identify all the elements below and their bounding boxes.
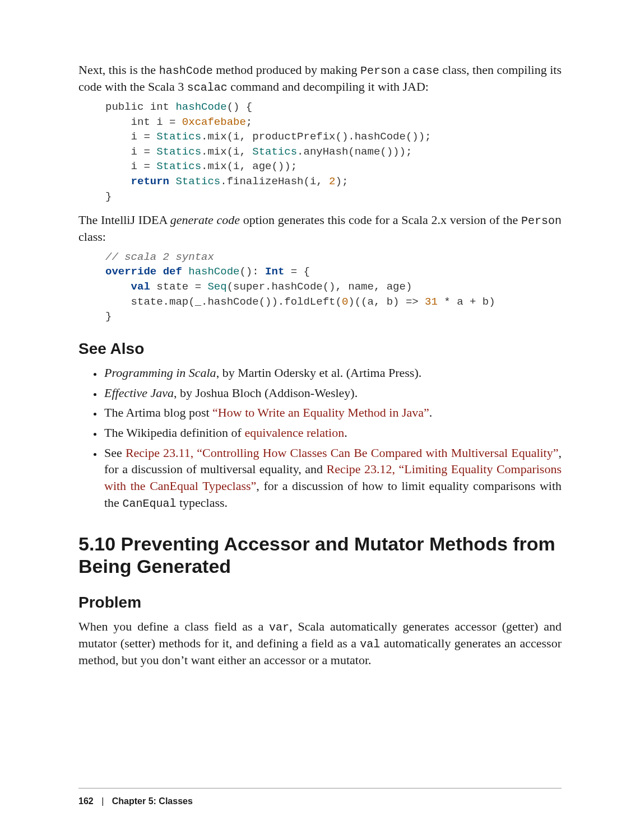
text: command and decompiling it with JAD: (228, 80, 429, 94)
text: The Wikipedia definition of (104, 426, 244, 440)
list-item: Programming in Scala, by Martin Odersky … (103, 365, 562, 381)
code-inline: Person (360, 64, 401, 77)
code-inline: scalac (187, 81, 228, 94)
footer-separator: | (101, 796, 104, 806)
text: method produced by making (213, 63, 360, 77)
list-item: See Recipe 23.11, “Controlling How Class… (103, 445, 562, 511)
text: class: (78, 230, 106, 244)
chapter-label: Chapter 5: Classes (112, 796, 193, 806)
text: typeclass. (176, 496, 228, 510)
paragraph-intro: Next, this is the hashCode method produc… (78, 62, 562, 95)
code-block-scala: // scala 2 syntax override def hashCode(… (105, 250, 562, 324)
see-also-list: Programming in Scala, by Martin Odersky … (78, 365, 562, 511)
text: . (429, 405, 433, 419)
page-footer: 162 | Chapter 5: Classes (78, 788, 562, 806)
code-inline: var (269, 621, 289, 634)
code-inline: CanEqual (122, 497, 176, 510)
book-title: Effective Java (104, 386, 174, 400)
code-inline: val (360, 638, 380, 651)
emphasis: generate code (170, 213, 240, 227)
section-title: 5.10 Preventing Accessor and Mutator Met… (78, 533, 562, 578)
list-item: Effective Java, by Joshua Bloch (Addison… (103, 385, 562, 402)
code-inline: case (412, 64, 439, 77)
text: , by Joshua Bloch (Addison-Wesley). (174, 386, 358, 400)
text: When you define a class field as a (78, 619, 269, 633)
text: option generates this code for a Scala 2… (240, 213, 521, 227)
book-title: Programming in Scala (104, 366, 216, 380)
list-item: The Artima blog post “How to Write an Eq… (103, 404, 562, 421)
paragraph-intellij: The IntelliJ IDEA generate code option g… (78, 212, 562, 245)
text: The Artima blog post (104, 405, 212, 419)
cross-reference-link[interactable]: Recipe 23.11, “Controlling How Classes C… (126, 446, 559, 460)
see-also-heading: See Also (78, 340, 562, 358)
page: Next, this is the hashCode method produc… (0, 0, 640, 840)
text: a (401, 63, 412, 77)
text: , by Martin Odersky et al. (Artima Press… (216, 366, 422, 380)
text: See (104, 446, 126, 460)
page-number: 162 (78, 796, 94, 806)
problem-paragraph: When you define a class field as a var, … (78, 618, 562, 669)
code-inline: hashCode (159, 64, 213, 77)
code-block-java: public int hashCode() { int i = 0xcafeba… (105, 100, 562, 204)
external-link[interactable]: “How to Write an Equality Method in Java… (212, 405, 429, 419)
text: The IntelliJ IDEA (78, 213, 170, 227)
list-item: The Wikipedia definition of equivalence … (103, 424, 562, 441)
external-link[interactable]: equivalence relation (244, 426, 344, 440)
problem-heading: Problem (78, 594, 562, 612)
code-inline: Person (521, 214, 562, 227)
text: . (344, 426, 347, 440)
text: Next, this is the (78, 63, 159, 77)
